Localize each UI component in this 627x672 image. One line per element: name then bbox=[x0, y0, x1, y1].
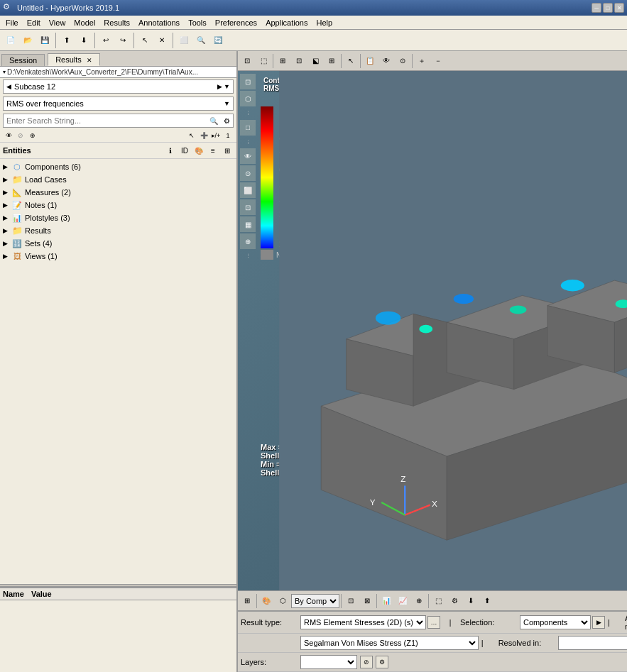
vb-btn-10[interactable]: ⚙ bbox=[447, 593, 462, 609]
session-tab[interactable]: Session bbox=[1, 54, 45, 66]
filter-button[interactable]: ≡ bbox=[207, 144, 219, 157]
toolbar-btn-4[interactable]: ⊞ bbox=[324, 53, 339, 69]
vb-btn-11[interactable]: ⬇ bbox=[463, 593, 479, 609]
search-input[interactable] bbox=[4, 116, 207, 125]
search-options-button[interactable]: ⚙ bbox=[220, 114, 233, 127]
side-icon-7[interactable]: ⊡ bbox=[240, 199, 256, 215]
vb-btn-9[interactable]: ⬚ bbox=[430, 593, 446, 609]
select-button[interactable]: ↖ bbox=[137, 33, 153, 48]
result-type-select[interactable]: RMS Element Stresses (2D) (s) bbox=[300, 615, 426, 629]
tree-label-sets: Sets (4) bbox=[25, 239, 53, 248]
vb-btn-2[interactable]: 🎨 bbox=[258, 593, 274, 609]
side-icon-3[interactable]: □ bbox=[240, 120, 256, 136]
add-button[interactable]: ➕ bbox=[198, 130, 209, 141]
path-text: D:\Venkatesh\Work\Aux_Converter_2\FE\Dum… bbox=[7, 68, 198, 76]
eye-off-button[interactable]: ⊘ bbox=[15, 130, 26, 141]
grid-button[interactable]: ⊞ bbox=[221, 144, 234, 157]
subcase-dropdown[interactable]: ◀ Subcase 12 ▶ ▼ bbox=[3, 79, 234, 94]
result-type-expand[interactable]: … bbox=[427, 616, 440, 629]
results-tab-close[interactable]: ✕ bbox=[87, 57, 92, 64]
rotate-button[interactable]: 🔄 bbox=[210, 33, 226, 48]
results-tab[interactable]: Results ✕ bbox=[48, 53, 100, 66]
more-button[interactable]: ▸/+ bbox=[210, 130, 222, 141]
eye-all-button[interactable]: ⊙ bbox=[395, 53, 410, 69]
canvas-area[interactable]: ⊡ ⬡ ··· □ ··· 👁 ⊙ ⬜ ⊡ ▦ ⊕ ··· ContourPlo… bbox=[238, 71, 627, 590]
menu-help[interactable]: Help bbox=[312, 17, 337, 28]
results-tab-label: Results bbox=[55, 55, 82, 64]
close-button[interactable]: ✕ bbox=[614, 3, 624, 13]
vb-btn-12[interactable]: ⬆ bbox=[479, 593, 495, 609]
minimize-button[interactable]: ─ bbox=[591, 3, 601, 13]
expand-all-button[interactable]: ⊕ bbox=[27, 130, 38, 141]
side-icon-9[interactable]: ⊕ bbox=[240, 233, 256, 249]
clipboard-button[interactable]: 📋 bbox=[362, 53, 378, 69]
layers-filter-btn[interactable]: ⊘ bbox=[360, 656, 373, 668]
fit-view-button[interactable]: ⊡ bbox=[239, 53, 255, 69]
window-controls[interactable]: ─ □ ✕ bbox=[591, 3, 624, 13]
result-type2-select[interactable]: Segalman Von Mises Stress (Z1) bbox=[300, 636, 479, 650]
side-icon-1[interactable]: ⊡ bbox=[240, 74, 256, 89]
toolbar-btn-3[interactable]: ⬕ bbox=[307, 53, 323, 69]
save-button[interactable]: 💾 bbox=[37, 33, 53, 48]
zoom-in-button[interactable]: 🔍 bbox=[193, 33, 209, 48]
legend-val-7: 2.652E+02 bbox=[279, 211, 317, 219]
menu-annotations[interactable]: Annotations bbox=[134, 17, 184, 28]
vb-btn-1[interactable]: ⊞ bbox=[239, 593, 255, 609]
search-button[interactable]: 🔍 bbox=[207, 114, 220, 127]
menu-results[interactable]: Results bbox=[99, 17, 134, 28]
menu-preferences[interactable]: Preferences bbox=[211, 17, 261, 28]
menu-edit[interactable]: Edit bbox=[23, 17, 45, 28]
import-button[interactable]: ⬆ bbox=[59, 33, 75, 48]
zoom-box-button[interactable]: ⬚ bbox=[256, 53, 271, 69]
redo-button[interactable]: ↪ bbox=[115, 33, 131, 48]
tree-item-sets[interactable]: ▶ 🔢 Sets (4) bbox=[0, 237, 236, 250]
vb-btn-8[interactable]: ⊕ bbox=[411, 593, 427, 609]
new-button[interactable]: 📄 bbox=[3, 33, 18, 48]
select-entity-button[interactable]: ⊞ bbox=[275, 53, 290, 69]
mode-dropdown[interactable]: RMS over frequencies ▼ bbox=[3, 97, 234, 111]
tree-item-loadcases[interactable]: ▶ 📁 Load Cases bbox=[0, 173, 236, 186]
vb-btn-4[interactable]: ⊡ bbox=[343, 593, 359, 609]
selection-btn[interactable]: ▶ bbox=[592, 616, 605, 629]
tree-item-plotstyles[interactable]: ▶ 📊 Plotstyles (3) bbox=[0, 211, 236, 224]
vb-btn-7[interactable]: 📈 bbox=[395, 593, 410, 609]
menu-file[interactable]: File bbox=[1, 17, 23, 28]
tree-item-notes[interactable]: ▶ 📝 Notes (1) bbox=[0, 199, 236, 211]
undo-button[interactable]: ↩ bbox=[98, 33, 114, 48]
color-button[interactable]: 🎨 bbox=[192, 144, 205, 157]
layers-select[interactable] bbox=[300, 655, 357, 669]
arrow-button[interactable]: ↖ bbox=[343, 53, 359, 69]
open-button[interactable]: 📂 bbox=[20, 33, 36, 48]
tree-item-components[interactable]: ▶ ⬡ Components (6) bbox=[0, 160, 236, 173]
selection-select[interactable]: Components bbox=[520, 615, 591, 629]
resolved-select[interactable] bbox=[558, 636, 627, 650]
menu-model[interactable]: Model bbox=[70, 17, 99, 28]
vb-btn-3[interactable]: ⬡ bbox=[275, 593, 290, 609]
tree-item-views[interactable]: ▶ 🖼 Views (1) bbox=[0, 250, 236, 263]
layers-settings-btn[interactable]: ⚙ bbox=[376, 656, 388, 668]
side-icon-8[interactable]: ▦ bbox=[240, 216, 256, 232]
maximize-button[interactable]: □ bbox=[603, 3, 613, 13]
eye-v-button[interactable]: 👁 bbox=[378, 53, 394, 69]
side-icon-2[interactable]: ⬡ bbox=[240, 91, 256, 106]
minus-button[interactable]: － bbox=[430, 53, 446, 69]
info-button[interactable]: ℹ bbox=[164, 144, 177, 157]
vb-btn-6[interactable]: 📊 bbox=[378, 593, 394, 609]
menu-view[interactable]: View bbox=[45, 17, 70, 28]
by-comp-select[interactable]: By Comp bbox=[291, 594, 339, 608]
tree-item-results[interactable]: ▶ 📁 Results bbox=[0, 224, 236, 237]
plus-button[interactable]: ＋ bbox=[414, 53, 430, 69]
fit-button[interactable]: ⬜ bbox=[176, 33, 192, 48]
side-icon-4[interactable]: 👁 bbox=[240, 148, 256, 164]
menu-applications[interactable]: Applications bbox=[261, 17, 312, 28]
vb-btn-5[interactable]: ⊠ bbox=[359, 593, 375, 609]
eye-button[interactable]: 👁 bbox=[3, 130, 14, 141]
select-nodes-button[interactable]: ⊡ bbox=[291, 53, 307, 69]
menu-tools[interactable]: Tools bbox=[184, 17, 211, 28]
export-button[interactable]: ⬇ bbox=[76, 33, 92, 48]
side-icon-6[interactable]: ⬜ bbox=[240, 182, 256, 198]
tree-item-measures[interactable]: ▶ 📐 Measures (2) bbox=[0, 186, 236, 199]
delete-button[interactable]: ✕ bbox=[154, 33, 170, 48]
path-arrow: ▾ bbox=[3, 69, 6, 75]
side-icon-5[interactable]: ⊙ bbox=[240, 165, 256, 181]
